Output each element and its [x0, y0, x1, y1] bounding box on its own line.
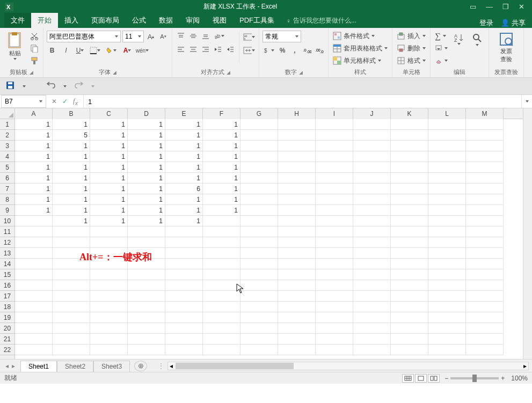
cell[interactable]: 1 [165, 173, 203, 184]
font-launcher[interactable]: ◢ [113, 70, 116, 75]
cell[interactable] [428, 162, 466, 173]
cell[interactable]: 1 [203, 141, 241, 151]
cell[interactable] [428, 194, 466, 205]
cell[interactable] [428, 345, 466, 355]
cell[interactable] [391, 334, 428, 345]
cell[interactable] [391, 237, 428, 248]
cell[interactable] [90, 291, 128, 302]
cell[interactable] [53, 269, 90, 280]
close-button[interactable]: ✕ [519, 3, 524, 11]
cell-styles-button[interactable]: 单元格样式 [332, 55, 389, 66]
insert-function-button[interactable]: fx [73, 97, 78, 106]
cell[interactable] [316, 237, 353, 248]
cell[interactable] [278, 259, 316, 269]
cell[interactable]: 1 [128, 173, 165, 184]
cell[interactable] [391, 248, 428, 259]
cell[interactable] [165, 323, 203, 334]
cell[interactable] [466, 130, 504, 141]
cell[interactable] [278, 130, 316, 141]
cell[interactable] [353, 248, 391, 259]
redo-button[interactable] [74, 81, 84, 91]
format-table-button[interactable]: 套用表格格式 [332, 43, 389, 54]
tab-data[interactable]: 数据 [152, 13, 179, 28]
cell[interactable] [428, 291, 466, 302]
cell[interactable]: 1 [15, 141, 53, 151]
zoom-level[interactable]: 100% [511, 375, 528, 382]
cell[interactable] [203, 291, 241, 302]
cell[interactable] [316, 141, 353, 151]
cell[interactable] [466, 334, 504, 345]
tab-formula[interactable]: 公式 [126, 13, 152, 28]
align-bottom-button[interactable] [200, 31, 211, 41]
cell[interactable] [165, 312, 203, 323]
tab-layout[interactable]: 页面布局 [85, 13, 126, 28]
cell[interactable] [466, 280, 504, 291]
decrease-font-button[interactable]: A▾ [158, 31, 169, 42]
cell[interactable] [466, 312, 504, 323]
cell[interactable] [466, 237, 504, 248]
cell[interactable]: 1 [203, 119, 241, 130]
row-header[interactable]: 15 [0, 269, 14, 280]
cell[interactable] [278, 269, 316, 280]
cell[interactable]: 1 [53, 194, 90, 205]
row-header[interactable]: 18 [0, 302, 14, 312]
vertical-scrollbar[interactable] [523, 108, 532, 359]
cell[interactable] [428, 173, 466, 184]
cell[interactable] [241, 151, 278, 162]
cell[interactable] [128, 312, 165, 323]
cell[interactable] [466, 291, 504, 302]
cell[interactable] [428, 141, 466, 151]
cell[interactable] [428, 323, 466, 334]
cell[interactable]: 1 [90, 130, 128, 141]
column-header[interactable]: F [203, 108, 241, 119]
cell[interactable] [203, 312, 241, 323]
cell[interactable] [241, 226, 278, 237]
column-header[interactable]: D [128, 108, 165, 119]
row-header[interactable]: 22 [0, 345, 14, 355]
font-color-button[interactable]: A [121, 45, 134, 56]
cell[interactable]: 1 [53, 173, 90, 184]
cell[interactable]: 1 [203, 162, 241, 173]
cell[interactable]: 1 [53, 184, 90, 194]
cell[interactable] [53, 323, 90, 334]
cell[interactable]: 1 [15, 162, 53, 173]
cell[interactable] [53, 334, 90, 345]
cell[interactable] [316, 226, 353, 237]
cell[interactable]: 6 [165, 184, 203, 194]
cell[interactable]: 1 [128, 141, 165, 151]
cell[interactable]: 1 [15, 194, 53, 205]
cell[interactable] [53, 280, 90, 291]
cell[interactable] [428, 312, 466, 323]
cell[interactable] [353, 205, 391, 216]
find-select-button[interactable] [469, 31, 485, 46]
cell[interactable] [15, 226, 53, 237]
cell[interactable] [15, 280, 53, 291]
cell[interactable]: 1 [165, 151, 203, 162]
cell[interactable] [15, 291, 53, 302]
cell[interactable] [128, 237, 165, 248]
cell[interactable]: 1 [15, 130, 53, 141]
cell[interactable] [391, 205, 428, 216]
cell[interactable] [53, 226, 90, 237]
cell[interactable] [428, 226, 466, 237]
cell[interactable] [466, 162, 504, 173]
cell[interactable] [241, 184, 278, 194]
cell[interactable] [53, 291, 90, 302]
cell[interactable] [428, 269, 466, 280]
cell[interactable]: 1 [203, 130, 241, 141]
cell[interactable] [466, 216, 504, 226]
cell[interactable] [278, 151, 316, 162]
cell[interactable] [278, 302, 316, 312]
cell[interactable] [316, 173, 353, 184]
cell[interactable] [353, 323, 391, 334]
paste-button[interactable]: 粘贴 [3, 30, 27, 60]
cell[interactable] [15, 334, 53, 345]
cell[interactable] [241, 194, 278, 205]
cell[interactable]: 1 [203, 194, 241, 205]
column-header[interactable]: I [316, 108, 353, 119]
cell[interactable] [203, 345, 241, 355]
cell[interactable]: 1 [53, 162, 90, 173]
cell[interactable] [278, 237, 316, 248]
cell[interactable] [15, 269, 53, 280]
cell[interactable]: 1 [15, 184, 53, 194]
